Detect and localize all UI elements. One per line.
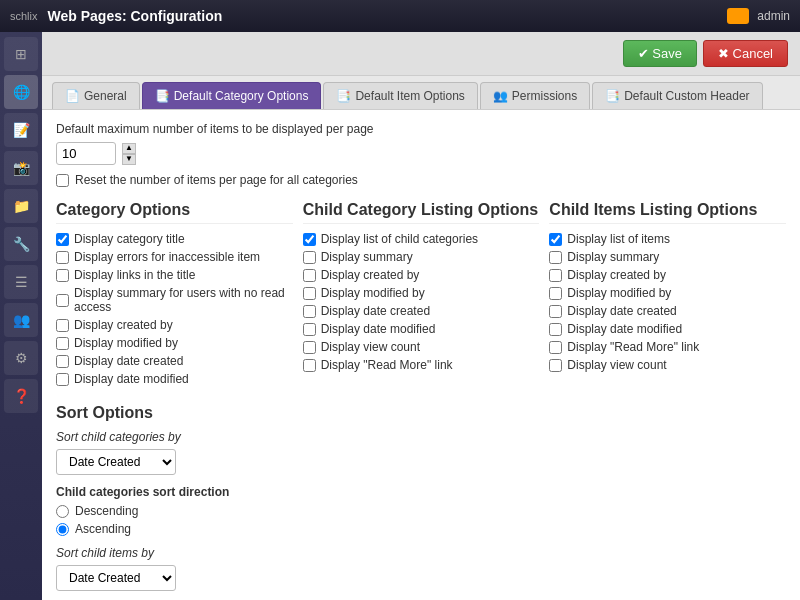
chk-display-errors: Display errors for inaccessible item [56,250,293,264]
user-label: admin [757,9,790,23]
chk-items-date-modified-input[interactable] [549,323,562,336]
chk-list-items-input[interactable] [549,233,562,246]
chk-list-items: Display list of items [549,232,786,246]
max-items-input[interactable] [56,142,116,165]
chk-items-summary-input[interactable] [549,251,562,264]
chk-child-summary: Display summary [303,250,540,264]
notifications-icon [727,8,749,24]
sidebar-item-grid[interactable]: ⊞ [4,37,38,71]
chk-items-modified-by: Display modified by [549,286,786,300]
chk-display-date-modified: Display date modified [56,372,293,386]
chk-display-errors-input[interactable] [56,251,69,264]
top-bar-right: admin [727,8,790,24]
chk-display-category-title-input[interactable] [56,233,69,246]
reset-row: Reset the number of items per page for a… [56,173,786,187]
action-bar: ✔ Save ✖ Cancel [42,32,800,76]
chk-display-links: Display links in the title [56,268,293,282]
sort-categories-select-row: Date Created Title Date Modified ID [56,449,786,475]
main-panel: ✔ Save ✖ Cancel 📄 General 📑 Default Cate… [42,32,800,600]
save-button[interactable]: ✔ Save [623,40,697,67]
chk-items-summary: Display summary [549,250,786,264]
chk-display-links-input[interactable] [56,269,69,282]
chk-child-summary-input[interactable] [303,251,316,264]
layout: ⊞ 🌐 📝 📸 📁 🔧 ☰ 👥 ⚙ ❓ ✔ Save ✖ Cancel 📄 Ge… [0,32,800,600]
chk-display-summary-no-access-input[interactable] [56,294,69,307]
sidebar-item-webpages[interactable]: 🌐 [4,75,38,109]
sidebar-item-macro[interactable]: 🔧 [4,227,38,261]
sidebar-item-menu[interactable]: ☰ [4,265,38,299]
cat-descending-input[interactable] [56,505,69,518]
sort-items-select-row: Date Created Title Date Modified ID [56,565,786,591]
tab-general[interactable]: 📄 General [52,82,140,109]
reset-checkbox[interactable] [56,174,69,187]
sort-items-select[interactable]: Date Created Title Date Modified ID [56,565,176,591]
general-tab-icon: 📄 [65,89,80,103]
child-items-options-title: Child Items Listing Options [549,201,786,224]
sort-categories-label: Sort child categories by [56,430,786,444]
cat-ascending-radio: Ascending [56,522,786,536]
chk-display-date-modified-input[interactable] [56,373,69,386]
category-options-col: Category Options Display category title … [56,201,293,390]
cat-ascending-input[interactable] [56,523,69,536]
chk-child-read-more-input[interactable] [303,359,316,372]
chk-child-date-modified-input[interactable] [303,323,316,336]
tabs-bar: 📄 General 📑 Default Category Options 📑 D… [42,76,800,110]
sidebar-item-media[interactable]: 📸 [4,151,38,185]
tab-default-item[interactable]: 📑 Default Item Options [323,82,477,109]
chk-items-modified-by-input[interactable] [549,287,562,300]
chk-child-created-by-input[interactable] [303,269,316,282]
sidebar-item-blog[interactable]: 📝 [4,113,38,147]
cat-descending-radio: Descending [56,504,786,518]
chk-display-modified-by-input[interactable] [56,337,69,350]
chk-child-date-modified: Display date modified [303,322,540,336]
cancel-button[interactable]: ✖ Cancel [703,40,788,67]
default-item-tab-icon: 📑 [336,89,351,103]
reset-label: Reset the number of items per page for a… [75,173,358,187]
spinner-down[interactable]: ▼ [122,154,136,165]
spinner-up[interactable]: ▲ [122,143,136,154]
chk-items-read-more-input[interactable] [549,341,562,354]
child-category-options-title: Child Category Listing Options [303,201,540,224]
sort-options-title: Sort Options [56,404,786,422]
sort-items-label: Sort child items by [56,546,786,560]
category-options-title: Category Options [56,201,293,224]
chk-items-created-by: Display created by [549,268,786,282]
sidebar: ⊞ 🌐 📝 📸 📁 🔧 ☰ 👥 ⚙ ❓ [0,32,42,600]
chk-child-view-count: Display view count [303,340,540,354]
chk-items-view-count-input[interactable] [549,359,562,372]
chk-items-read-more: Display "Read More" link [549,340,786,354]
sidebar-item-files[interactable]: 📁 [4,189,38,223]
page-title: Web Pages: Configuration [48,8,728,24]
chk-display-date-created-input[interactable] [56,355,69,368]
chk-child-date-created: Display date created [303,304,540,318]
chk-display-date-created: Display date created [56,354,293,368]
chk-items-date-created: Display date created [549,304,786,318]
sidebar-item-help[interactable]: ❓ [4,379,38,413]
sort-categories-select[interactable]: Date Created Title Date Modified ID [56,449,176,475]
tab-permissions[interactable]: 👥 Permissions [480,82,590,109]
chk-display-created-by: Display created by [56,318,293,332]
chk-items-created-by-input[interactable] [549,269,562,282]
chk-list-child-cats: Display list of child categories [303,232,540,246]
tab-custom-header[interactable]: 📑 Default Custom Header [592,82,762,109]
tab-default-category[interactable]: 📑 Default Category Options [142,82,322,109]
max-items-row: ▲ ▼ [56,142,786,165]
chk-display-summary-no-access: Display summary for users with no read a… [56,286,293,314]
child-items-options-col: Child Items Listing Options Display list… [549,201,786,390]
chk-items-date-created-input[interactable] [549,305,562,318]
chk-list-child-cats-input[interactable] [303,233,316,246]
options-columns: Category Options Display category title … [56,201,786,390]
sidebar-item-settings[interactable]: ⚙ [4,341,38,375]
chk-child-modified-by-input[interactable] [303,287,316,300]
top-bar: schlix Web Pages: Configuration admin [0,0,800,32]
chk-items-view-count: Display view count [549,358,786,372]
chk-display-created-by-input[interactable] [56,319,69,332]
logo: schlix [10,10,38,22]
chk-child-modified-by: Display modified by [303,286,540,300]
chk-child-view-count-input[interactable] [303,341,316,354]
sidebar-item-users[interactable]: 👥 [4,303,38,337]
permissions-tab-icon: 👥 [493,89,508,103]
default-category-tab-icon: 📑 [155,89,170,103]
chk-display-modified-by: Display modified by [56,336,293,350]
chk-child-date-created-input[interactable] [303,305,316,318]
